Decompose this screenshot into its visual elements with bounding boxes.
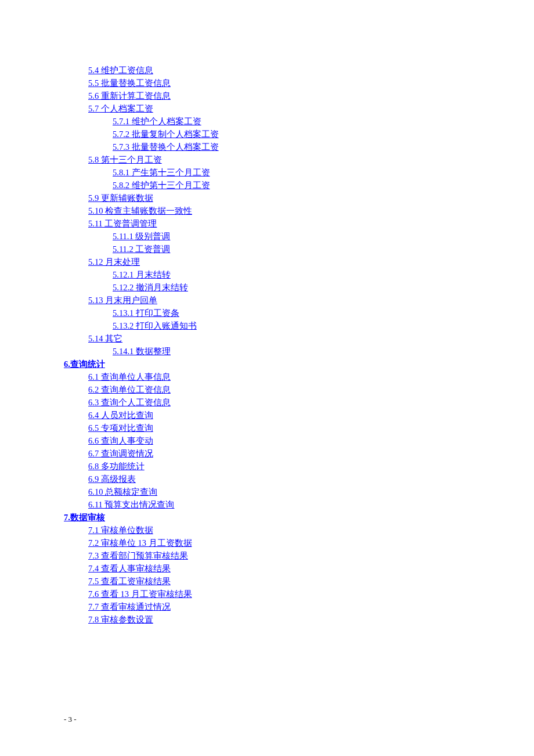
toc-link[interactable]: 5.6 重新计算工资信息	[88, 89, 171, 102]
toc-entry: 5.7 个人档案工资	[64, 102, 488, 115]
toc-entry: 5.13 月末用户回单	[64, 294, 488, 307]
toc-entry: 5.11 工资普调管理	[64, 217, 488, 230]
toc-link[interactable]: 6.10 总额核定查询	[88, 485, 157, 498]
toc-link[interactable]: 7.2 审核单位 13 月工资数据	[88, 537, 192, 549]
toc-link[interactable]: 7.3 查看部门预算审核结果	[88, 549, 188, 562]
toc-entry: 6.查询统计	[64, 358, 488, 370]
toc-link[interactable]: 7.4 查看人事审核结果	[88, 562, 171, 575]
toc-link[interactable]: 5.14.1 数据整理	[113, 345, 171, 358]
toc-entry: 5.12.2 撤消月末结转	[64, 281, 488, 294]
toc-link[interactable]: 5.9 更新辅账数据	[88, 192, 153, 204]
toc-link[interactable]: 6.8 多功能统计	[88, 460, 145, 473]
toc-link[interactable]: 5.11 工资普调管理	[88, 217, 157, 230]
toc-entry: 5.11.1 级别普调	[64, 230, 488, 243]
toc-entry: 7.7 查看审核通过情况	[64, 600, 488, 613]
toc-link[interactable]: 6.9 高级报表	[88, 473, 136, 485]
toc-entry: 7.4 查看人事审核结果	[64, 562, 488, 575]
toc-link[interactable]: 5.11.2 工资普调	[113, 243, 170, 255]
toc-link[interactable]: 5.7.1 维护个人档案工资	[113, 115, 201, 128]
toc-link[interactable]: 6.7 查询调资情况	[88, 447, 153, 460]
toc-link[interactable]: 5.7.2 批量复制个人档案工资	[113, 128, 219, 141]
toc-entry: 5.10 检查主辅账数据一致性	[64, 204, 488, 217]
toc-link[interactable]: 6.5 专项对比查询	[88, 422, 153, 434]
toc-entry: 5.7.1 维护个人档案工资	[64, 115, 488, 128]
toc-link[interactable]: 5.12 月末处理	[88, 255, 140, 268]
toc-entry: 7.5 查看工资审核结果	[64, 575, 488, 588]
toc-entry: 6.9 高级报表	[64, 473, 488, 485]
toc-link[interactable]: 6.1 查询单位人事信息	[88, 370, 171, 383]
toc-link[interactable]: 5.10 检查主辅账数据一致性	[88, 204, 192, 217]
toc-link[interactable]: 7.7 查看审核通过情况	[88, 600, 171, 613]
toc-link[interactable]: 5.8.1 产生第十三个月工资	[113, 166, 210, 179]
toc-entry: 5.4 维护工资信息	[64, 64, 488, 77]
toc-link[interactable]: 5.8.2 维护第十三个月工资	[113, 179, 210, 192]
toc-entry: 6.7 查询调资情况	[64, 447, 488, 460]
toc-link[interactable]: 6.4 人员对比查询	[88, 409, 153, 422]
toc-entry: 6.4 人员对比查询	[64, 409, 488, 422]
toc-entry: 5.12.1 月末结转	[64, 268, 488, 281]
toc-link[interactable]: 5.13 月末用户回单	[88, 294, 157, 307]
toc-entry: 7.6 查看 13 月工资审核结果	[64, 588, 488, 600]
toc-link[interactable]: 5.7.3 批量替换个人档案工资	[113, 141, 219, 153]
toc-entry: 5.11.2 工资普调	[64, 243, 488, 255]
toc-link[interactable]: 7.数据审核	[64, 511, 105, 524]
toc-entry: 5.13.2 打印入账通知书	[64, 319, 488, 332]
toc-link[interactable]: 5.4 维护工资信息	[88, 64, 153, 77]
toc-link[interactable]: 6.查询统计	[64, 358, 105, 370]
toc-entry: 6.5 专项对比查询	[64, 422, 488, 434]
toc-link[interactable]: 7.8 审核参数设置	[88, 613, 153, 626]
toc-entry: 6.1 查询单位人事信息	[64, 370, 488, 383]
toc-link[interactable]: 6.3 查询个人工资信息	[88, 396, 171, 409]
toc-page: 5.4 维护工资信息5.5 批量替换工资信息5.6 重新计算工资信息5.7 个人…	[0, 0, 534, 626]
toc-entry: 5.8.2 维护第十三个月工资	[64, 179, 488, 192]
toc-entry: 5.6 重新计算工资信息	[64, 89, 488, 102]
toc-entry: 5.8 第十三个月工资	[64, 153, 488, 166]
toc-entry: 7.2 审核单位 13 月工资数据	[64, 537, 488, 549]
toc-link[interactable]: 5.12.2 撤消月末结转	[113, 281, 188, 294]
toc-entry: 6.2 查询单位工资信息	[64, 383, 488, 396]
toc-entry: 5.8.1 产生第十三个月工资	[64, 166, 488, 179]
toc-link[interactable]: 7.5 查看工资审核结果	[88, 575, 171, 588]
toc-entry: 5.14.1 数据整理	[64, 345, 488, 358]
toc-entry: 5.5 批量替换工资信息	[64, 77, 488, 89]
toc-entry: 6.8 多功能统计	[64, 460, 488, 473]
toc-entry: 6.11 预算支出情况查询	[64, 498, 488, 511]
toc-list: 5.4 维护工资信息5.5 批量替换工资信息5.6 重新计算工资信息5.7 个人…	[64, 64, 488, 626]
toc-entry: 5.14 其它	[64, 332, 488, 345]
toc-entry: 7.数据审核	[64, 511, 488, 524]
toc-link[interactable]: 6.6 查询人事变动	[88, 434, 153, 447]
toc-entry: 6.3 查询个人工资信息	[64, 396, 488, 409]
toc-entry: 7.8 审核参数设置	[64, 613, 488, 626]
toc-link[interactable]: 5.11.1 级别普调	[113, 230, 170, 243]
toc-link[interactable]: 5.5 批量替换工资信息	[88, 77, 171, 89]
toc-entry: 6.6 查询人事变动	[64, 434, 488, 447]
toc-link[interactable]: 7.6 查看 13 月工资审核结果	[88, 588, 192, 600]
toc-entry: 7.3 查看部门预算审核结果	[64, 549, 488, 562]
page-number: - 3 -	[64, 715, 77, 724]
toc-entry: 5.7.3 批量替换个人档案工资	[64, 141, 488, 153]
toc-link[interactable]: 5.8 第十三个月工资	[88, 153, 162, 166]
toc-link[interactable]: 5.7 个人档案工资	[88, 102, 153, 115]
toc-entry: 5.9 更新辅账数据	[64, 192, 488, 204]
toc-entry: 7.1 审核单位数据	[64, 524, 488, 537]
toc-link[interactable]: 5.12.1 月末结转	[113, 268, 171, 281]
toc-link[interactable]: 7.1 审核单位数据	[88, 524, 153, 537]
toc-link[interactable]: 6.11 预算支出情况查询	[88, 498, 174, 511]
toc-link[interactable]: 5.13.1 打印工资条	[113, 307, 179, 319]
toc-entry: 5.7.2 批量复制个人档案工资	[64, 128, 488, 141]
toc-entry: 5.12 月末处理	[64, 255, 488, 268]
toc-link[interactable]: 5.14 其它	[88, 332, 122, 345]
toc-entry: 6.10 总额核定查询	[64, 485, 488, 498]
toc-entry: 5.13.1 打印工资条	[64, 307, 488, 319]
toc-link[interactable]: 6.2 查询单位工资信息	[88, 383, 171, 396]
toc-link[interactable]: 5.13.2 打印入账通知书	[113, 319, 197, 332]
